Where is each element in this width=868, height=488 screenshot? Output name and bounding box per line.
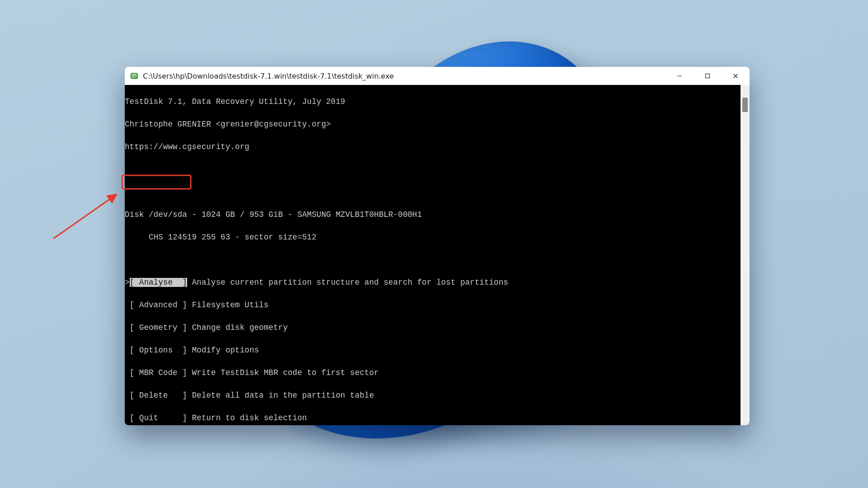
- menu-item-geometry[interactable]: [ Geometry ] Change disk geometry: [125, 322, 741, 333]
- scrollbar-thumb[interactable]: [742, 98, 748, 112]
- window-controls: [665, 67, 750, 85]
- disk-info: Disk /dev/sda - 1024 GB / 953 GiB - SAMS…: [125, 209, 741, 221]
- terminal[interactable]: TestDisk 7.1, Data Recovery Utility, Jul…: [125, 85, 741, 425]
- header-line: https://www.cgsecurity.org: [125, 141, 741, 153]
- terminal-scrollbar[interactable]: [741, 85, 750, 425]
- close-button[interactable]: [722, 67, 750, 85]
- disk-info: CHS 124519 255 63 - sector size=512: [125, 232, 741, 243]
- minimize-button[interactable]: [665, 67, 693, 85]
- header-line: Christophe GRENIER <grenier@cgsecurity.o…: [125, 119, 741, 130]
- maximize-button[interactable]: [693, 67, 722, 85]
- svg-rect-2: [132, 75, 137, 76]
- client-area: TestDisk 7.1, Data Recovery Utility, Jul…: [125, 85, 750, 425]
- svg-rect-3: [132, 77, 135, 78]
- menu-item-options[interactable]: [ Options ] Modify options: [125, 345, 741, 356]
- window-title: C:\Users\hp\Downloads\testdisk-7.1.win\t…: [143, 72, 665, 80]
- svg-rect-1: [132, 74, 137, 75]
- testdisk-window: C:\Users\hp\Downloads\testdisk-7.1.win\t…: [125, 67, 750, 425]
- window-titlebar[interactable]: C:\Users\hp\Downloads\testdisk-7.1.win\t…: [125, 67, 750, 85]
- menu-item-delete[interactable]: [ Delete ] Delete all data in the partit…: [125, 390, 741, 401]
- menu-item-advanced[interactable]: [ Advanced ] Filesystem Utils: [125, 300, 741, 311]
- menu-item-analyse[interactable]: >[ Analyse ] Analyse current partition s…: [125, 277, 741, 288]
- svg-rect-5: [706, 74, 710, 78]
- app-icon: [130, 72, 138, 80]
- menu-item-mbrcode[interactable]: [ MBR Code ] Write TestDisk MBR code to …: [125, 367, 741, 379]
- header-line: TestDisk 7.1, Data Recovery Utility, Jul…: [125, 96, 741, 108]
- menu-item-quit[interactable]: [ Quit ] Return to disk selection: [125, 413, 741, 424]
- annotation-arrow-icon: [53, 194, 117, 239]
